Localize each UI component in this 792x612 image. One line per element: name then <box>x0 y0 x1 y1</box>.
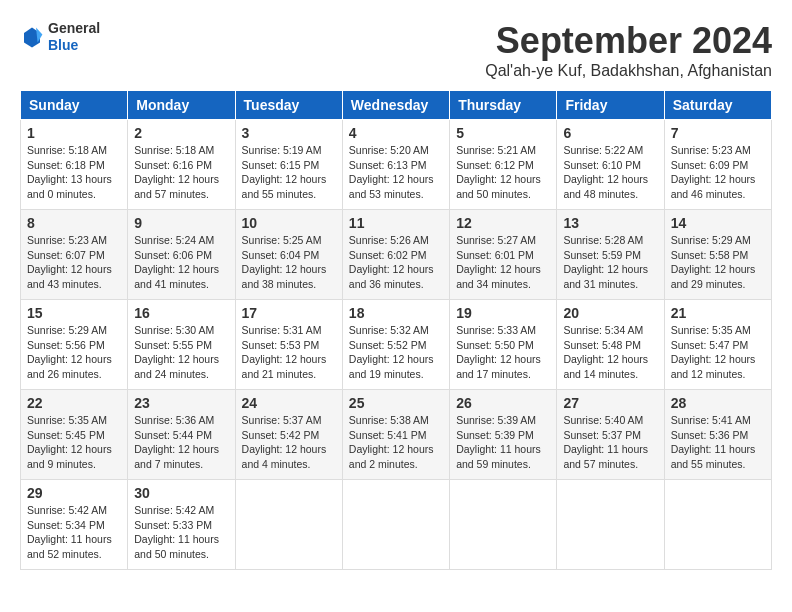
calendar-cell: 9Sunrise: 5:24 AM Sunset: 6:06 PM Daylig… <box>128 210 235 300</box>
calendar-table: SundayMondayTuesdayWednesdayThursdayFrid… <box>20 90 772 570</box>
day-number: 20 <box>563 305 657 321</box>
day-info: Sunrise: 5:34 AM Sunset: 5:48 PM Dayligh… <box>563 323 657 382</box>
logo-icon <box>20 25 44 49</box>
day-number: 5 <box>456 125 550 141</box>
week-row-2: 8Sunrise: 5:23 AM Sunset: 6:07 PM Daylig… <box>21 210 772 300</box>
day-number: 16 <box>134 305 228 321</box>
calendar-cell: 30Sunrise: 5:42 AM Sunset: 5:33 PM Dayli… <box>128 480 235 570</box>
title-block: September 2024 Qal'ah-ye Kuf, Badakhshan… <box>485 20 772 80</box>
day-info: Sunrise: 5:20 AM Sunset: 6:13 PM Dayligh… <box>349 143 443 202</box>
calendar-cell: 26Sunrise: 5:39 AM Sunset: 5:39 PM Dayli… <box>450 390 557 480</box>
day-info: Sunrise: 5:37 AM Sunset: 5:42 PM Dayligh… <box>242 413 336 472</box>
day-number: 12 <box>456 215 550 231</box>
day-info: Sunrise: 5:42 AM Sunset: 5:34 PM Dayligh… <box>27 503 121 562</box>
month-title: September 2024 <box>485 20 772 62</box>
day-number: 14 <box>671 215 765 231</box>
header-row: SundayMondayTuesdayWednesdayThursdayFrid… <box>21 91 772 120</box>
col-header-wednesday: Wednesday <box>342 91 449 120</box>
day-info: Sunrise: 5:25 AM Sunset: 6:04 PM Dayligh… <box>242 233 336 292</box>
calendar-cell: 23Sunrise: 5:36 AM Sunset: 5:44 PM Dayli… <box>128 390 235 480</box>
day-info: Sunrise: 5:21 AM Sunset: 6:12 PM Dayligh… <box>456 143 550 202</box>
calendar-cell: 3Sunrise: 5:19 AM Sunset: 6:15 PM Daylig… <box>235 120 342 210</box>
page-header: General Blue September 2024 Qal'ah-ye Ku… <box>20 20 772 80</box>
week-row-3: 15Sunrise: 5:29 AM Sunset: 5:56 PM Dayli… <box>21 300 772 390</box>
day-number: 22 <box>27 395 121 411</box>
week-row-4: 22Sunrise: 5:35 AM Sunset: 5:45 PM Dayli… <box>21 390 772 480</box>
day-info: Sunrise: 5:26 AM Sunset: 6:02 PM Dayligh… <box>349 233 443 292</box>
day-number: 17 <box>242 305 336 321</box>
calendar-cell: 8Sunrise: 5:23 AM Sunset: 6:07 PM Daylig… <box>21 210 128 300</box>
logo: General Blue <box>20 20 100 54</box>
day-number: 18 <box>349 305 443 321</box>
calendar-cell: 5Sunrise: 5:21 AM Sunset: 6:12 PM Daylig… <box>450 120 557 210</box>
day-info: Sunrise: 5:22 AM Sunset: 6:10 PM Dayligh… <box>563 143 657 202</box>
calendar-cell: 17Sunrise: 5:31 AM Sunset: 5:53 PM Dayli… <box>235 300 342 390</box>
calendar-cell: 13Sunrise: 5:28 AM Sunset: 5:59 PM Dayli… <box>557 210 664 300</box>
day-number: 3 <box>242 125 336 141</box>
calendar-cell <box>342 480 449 570</box>
day-number: 30 <box>134 485 228 501</box>
calendar-cell: 15Sunrise: 5:29 AM Sunset: 5:56 PM Dayli… <box>21 300 128 390</box>
calendar-cell: 29Sunrise: 5:42 AM Sunset: 5:34 PM Dayli… <box>21 480 128 570</box>
col-header-saturday: Saturday <box>664 91 771 120</box>
calendar-header: SundayMondayTuesdayWednesdayThursdayFrid… <box>21 91 772 120</box>
day-number: 1 <box>27 125 121 141</box>
week-row-5: 29Sunrise: 5:42 AM Sunset: 5:34 PM Dayli… <box>21 480 772 570</box>
day-info: Sunrise: 5:18 AM Sunset: 6:18 PM Dayligh… <box>27 143 121 202</box>
calendar-cell: 19Sunrise: 5:33 AM Sunset: 5:50 PM Dayli… <box>450 300 557 390</box>
day-number: 19 <box>456 305 550 321</box>
day-number: 27 <box>563 395 657 411</box>
day-number: 7 <box>671 125 765 141</box>
logo-general: General <box>48 20 100 37</box>
calendar-cell: 7Sunrise: 5:23 AM Sunset: 6:09 PM Daylig… <box>664 120 771 210</box>
day-info: Sunrise: 5:29 AM Sunset: 5:56 PM Dayligh… <box>27 323 121 382</box>
col-header-friday: Friday <box>557 91 664 120</box>
col-header-tuesday: Tuesday <box>235 91 342 120</box>
calendar-cell: 11Sunrise: 5:26 AM Sunset: 6:02 PM Dayli… <box>342 210 449 300</box>
calendar-cell: 4Sunrise: 5:20 AM Sunset: 6:13 PM Daylig… <box>342 120 449 210</box>
calendar-cell: 28Sunrise: 5:41 AM Sunset: 5:36 PM Dayli… <box>664 390 771 480</box>
day-number: 4 <box>349 125 443 141</box>
calendar-cell: 25Sunrise: 5:38 AM Sunset: 5:41 PM Dayli… <box>342 390 449 480</box>
calendar-cell <box>450 480 557 570</box>
day-number: 8 <box>27 215 121 231</box>
calendar-cell: 6Sunrise: 5:22 AM Sunset: 6:10 PM Daylig… <box>557 120 664 210</box>
day-number: 21 <box>671 305 765 321</box>
day-number: 29 <box>27 485 121 501</box>
day-number: 24 <box>242 395 336 411</box>
col-header-sunday: Sunday <box>21 91 128 120</box>
day-info: Sunrise: 5:42 AM Sunset: 5:33 PM Dayligh… <box>134 503 228 562</box>
day-number: 25 <box>349 395 443 411</box>
day-info: Sunrise: 5:23 AM Sunset: 6:07 PM Dayligh… <box>27 233 121 292</box>
calendar-cell <box>557 480 664 570</box>
day-number: 9 <box>134 215 228 231</box>
day-info: Sunrise: 5:30 AM Sunset: 5:55 PM Dayligh… <box>134 323 228 382</box>
calendar-cell: 10Sunrise: 5:25 AM Sunset: 6:04 PM Dayli… <box>235 210 342 300</box>
day-info: Sunrise: 5:35 AM Sunset: 5:45 PM Dayligh… <box>27 413 121 472</box>
day-info: Sunrise: 5:39 AM Sunset: 5:39 PM Dayligh… <box>456 413 550 472</box>
day-number: 23 <box>134 395 228 411</box>
day-number: 26 <box>456 395 550 411</box>
day-number: 13 <box>563 215 657 231</box>
day-info: Sunrise: 5:28 AM Sunset: 5:59 PM Dayligh… <box>563 233 657 292</box>
calendar-cell: 21Sunrise: 5:35 AM Sunset: 5:47 PM Dayli… <box>664 300 771 390</box>
col-header-thursday: Thursday <box>450 91 557 120</box>
calendar-cell: 20Sunrise: 5:34 AM Sunset: 5:48 PM Dayli… <box>557 300 664 390</box>
calendar-cell: 2Sunrise: 5:18 AM Sunset: 6:16 PM Daylig… <box>128 120 235 210</box>
day-info: Sunrise: 5:27 AM Sunset: 6:01 PM Dayligh… <box>456 233 550 292</box>
day-info: Sunrise: 5:33 AM Sunset: 5:50 PM Dayligh… <box>456 323 550 382</box>
day-info: Sunrise: 5:24 AM Sunset: 6:06 PM Dayligh… <box>134 233 228 292</box>
logo-blue: Blue <box>48 37 100 54</box>
day-info: Sunrise: 5:18 AM Sunset: 6:16 PM Dayligh… <box>134 143 228 202</box>
day-number: 6 <box>563 125 657 141</box>
calendar-cell: 16Sunrise: 5:30 AM Sunset: 5:55 PM Dayli… <box>128 300 235 390</box>
calendar-cell: 1Sunrise: 5:18 AM Sunset: 6:18 PM Daylig… <box>21 120 128 210</box>
day-info: Sunrise: 5:35 AM Sunset: 5:47 PM Dayligh… <box>671 323 765 382</box>
day-info: Sunrise: 5:38 AM Sunset: 5:41 PM Dayligh… <box>349 413 443 472</box>
location: Qal'ah-ye Kuf, Badakhshan, Afghanistan <box>485 62 772 80</box>
day-number: 10 <box>242 215 336 231</box>
day-info: Sunrise: 5:40 AM Sunset: 5:37 PM Dayligh… <box>563 413 657 472</box>
calendar-cell <box>664 480 771 570</box>
col-header-monday: Monday <box>128 91 235 120</box>
calendar-cell: 18Sunrise: 5:32 AM Sunset: 5:52 PM Dayli… <box>342 300 449 390</box>
